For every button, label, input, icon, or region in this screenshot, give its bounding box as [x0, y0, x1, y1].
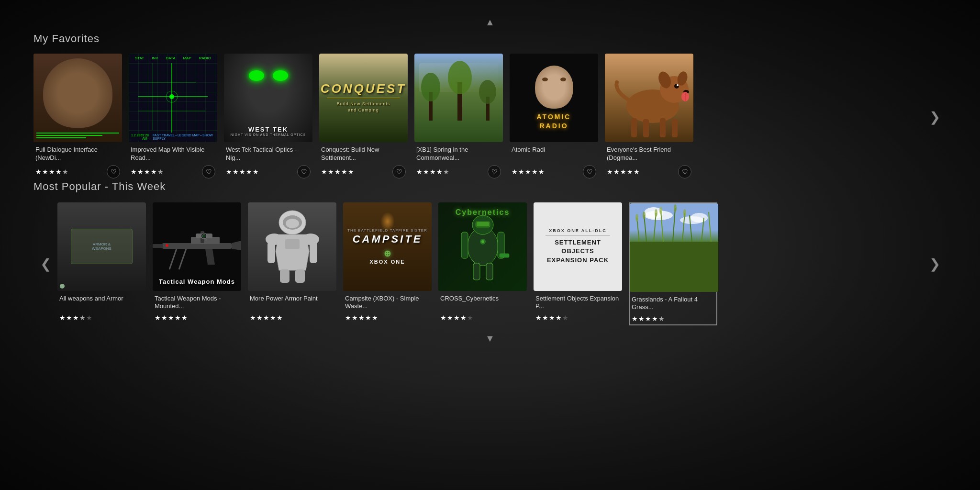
star-5: ★	[86, 314, 92, 322]
popular-cards: ARMOR &WEAPONS All weapons and Armor ★ ★…	[57, 202, 923, 325]
card-name-all-weapons: All weapons and Armor	[59, 295, 144, 312]
star-1: ★	[416, 168, 423, 176]
card-grasslands[interactable]: Grasslands - A Fallout 4 Grass... ★ ★ ★ …	[629, 202, 717, 325]
card-label-spring: [XB1] Spring in the Commonweal... ★ ★ ★ …	[414, 142, 503, 180]
heart-button-conquest[interactable]: ♡	[392, 165, 406, 178]
svg-point-19	[677, 84, 679, 86]
star-1: ★	[512, 168, 518, 176]
card-dogmeat[interactable]: Everyone's Best Friend (Dogmea... ★ ★ ★ …	[605, 54, 693, 180]
card-all-weapons[interactable]: ARMOR &WEAPONS All weapons and Armor ★ ★…	[57, 202, 146, 325]
heart-button-atomic-radio[interactable]: ♡	[583, 165, 596, 178]
card-cybernetics[interactable]: Cybernetics CROSS_Cybernetics ★ ★ ★ ★ ★	[438, 202, 527, 325]
card-label-tactical-weapon: Tactical Weapon Mods - Mounted... ★ ★ ★ …	[153, 291, 241, 323]
star-5: ★	[467, 314, 473, 322]
star-4: ★	[79, 314, 86, 322]
star-3: ★	[525, 168, 531, 176]
svg-rect-44	[310, 242, 317, 263]
stars-grasslands: ★ ★ ★ ★ ★	[632, 315, 665, 323]
card-label-west-tek: West Tek Tactical Optics - Nig... ★ ★ ★ …	[224, 142, 312, 180]
card-atomic-radio[interactable]: ATOMICRADIO Atomic Radi ★ ★ ★ ★ ★ ♡	[510, 54, 598, 180]
star-2: ★	[42, 168, 48, 176]
card-label-all-weapons: All weapons and Armor ★ ★ ★ ★ ★	[57, 291, 146, 323]
heart-button-full-dialogue[interactable]: ♡	[107, 165, 120, 178]
card-improved-map[interactable]: STATINVDATAMAPRADIO	[129, 54, 217, 180]
card-power-armor[interactable]: More Power Armor Paint ★ ★ ★ ★ ★	[248, 202, 336, 325]
card-full-dialogue[interactable]: Full Dialogue Interface (NewDi... ★ ★ ★ …	[33, 54, 122, 180]
star-5: ★	[253, 168, 259, 176]
heart-button-dogmeat[interactable]: ♡	[678, 165, 691, 178]
stars-full-dialogue: ★ ★ ★ ★ ★	[35, 168, 68, 176]
svg-point-61	[690, 213, 708, 223]
card-label-power-armor: More Power Armor Paint ★ ★ ★ ★ ★	[248, 291, 336, 323]
scroll-up-button[interactable]: ▲	[476, 14, 504, 30]
star-5: ★	[348, 168, 354, 176]
star-5: ★	[62, 168, 68, 176]
star-2: ★	[161, 314, 167, 322]
star-4: ★	[56, 168, 62, 176]
card-image-power-armor	[248, 202, 336, 291]
card-settlement-objects[interactable]: XBOX ONE ALL-DLC SETTLEMENTOBJECTSEXPANS…	[534, 202, 622, 325]
svg-point-77	[683, 209, 686, 217]
card-tactical-weapon[interactable]: Tactical Weapon Mods Tactical Weapon Mod…	[153, 202, 241, 325]
star-4: ★	[246, 168, 252, 176]
star-3: ★	[73, 314, 79, 322]
popular-scroll-left[interactable]: ❮	[33, 201, 57, 326]
favorites-scroll-right[interactable]: ❯	[923, 55, 947, 179]
card-meta-settlement-objects: ★ ★ ★ ★ ★	[535, 314, 620, 322]
favorites-row: Full Dialogue Interface (NewDi... ★ ★ ★ …	[33, 54, 947, 180]
heart-button-improved-map[interactable]: ♡	[202, 165, 215, 178]
popular-scroll-right[interactable]: ❯	[923, 201, 947, 326]
svg-rect-45	[280, 269, 290, 283]
heart-button-west-tek[interactable]: ♡	[297, 165, 311, 178]
card-west-tek[interactable]: WEST TEK NIGHT VISION AND THERMAL OPTICS…	[224, 54, 312, 180]
card-name-power-armor: More Power Armor Paint	[250, 295, 334, 312]
svg-point-9	[421, 73, 440, 101]
card-meta-improved-map: ★ ★ ★ ★ ★ ♡	[131, 165, 215, 178]
card-image-campsite: THE BATTLEFIELD TAPFIRE SISTER CAMPSITE …	[343, 202, 432, 291]
star-5: ★	[157, 168, 164, 176]
star-3: ★	[49, 168, 55, 176]
card-name-improved-map: Improved Map With Visible Road...	[131, 146, 215, 163]
star-5: ★	[443, 168, 449, 176]
card-image-tactical-weapon: Tactical Weapon Mods	[153, 202, 241, 291]
star-4: ★	[627, 168, 633, 176]
svg-point-5	[169, 94, 174, 99]
svg-line-35	[179, 249, 186, 269]
star-5: ★	[538, 168, 545, 176]
cybernetics-svg	[452, 208, 514, 285]
card-meta-atomic-radio: ★ ★ ★ ★ ★ ♡	[512, 165, 596, 178]
dog-svg	[605, 54, 693, 142]
scroll-down-button[interactable]: ▼	[476, 331, 504, 346]
card-label-full-dialogue: Full Dialogue Interface (NewDi... ★ ★ ★ …	[33, 142, 122, 180]
star-1: ★	[250, 314, 256, 322]
card-meta-cybernetics: ★ ★ ★ ★ ★	[440, 314, 525, 322]
card-conquest[interactable]: CONQUEST Build New Settlementsand Campin…	[319, 54, 408, 180]
star-1: ★	[321, 168, 327, 176]
star-4: ★	[652, 315, 658, 323]
star-4: ★	[341, 168, 347, 176]
svg-line-67	[673, 208, 675, 242]
card-campsite[interactable]: THE BATTLEFIELD TAPFIRE SISTER CAMPSITE …	[343, 202, 432, 325]
card-meta-dogmeat: ★ ★ ★ ★ ★ ♡	[607, 165, 691, 178]
svg-rect-43	[267, 242, 275, 263]
card-label-settlement-objects: Settlement Objects Expansion P... ★ ★ ★ …	[534, 291, 622, 323]
card-meta-spring: ★ ★ ★ ★ ★ ♡	[416, 165, 501, 178]
stars-atomic-radio: ★ ★ ★ ★ ★	[512, 168, 545, 176]
star-4: ★	[556, 314, 562, 322]
star-1: ★	[607, 168, 613, 176]
card-meta-conquest: ★ ★ ★ ★ ★ ♡	[321, 165, 406, 178]
star-1: ★	[35, 168, 42, 176]
star-3: ★	[645, 315, 651, 323]
star-5: ★	[658, 315, 665, 323]
star-3: ★	[549, 314, 555, 322]
card-spring[interactable]: [XB1] Spring in the Commonweal... ★ ★ ★ …	[414, 54, 503, 180]
heart-button-spring[interactable]: ♡	[488, 165, 501, 178]
star-5: ★	[634, 168, 640, 176]
svg-line-64	[644, 215, 646, 242]
star-4: ★	[532, 168, 538, 176]
svg-rect-26	[672, 119, 678, 137]
card-image-atomic-radio: ATOMICRADIO	[510, 54, 598, 142]
card-image-improved-map: STATINVDATAMAPRADIO	[129, 54, 217, 142]
card-name-west-tek: West Tek Tactical Optics - Nig...	[226, 146, 311, 163]
star-3: ★	[263, 314, 269, 322]
